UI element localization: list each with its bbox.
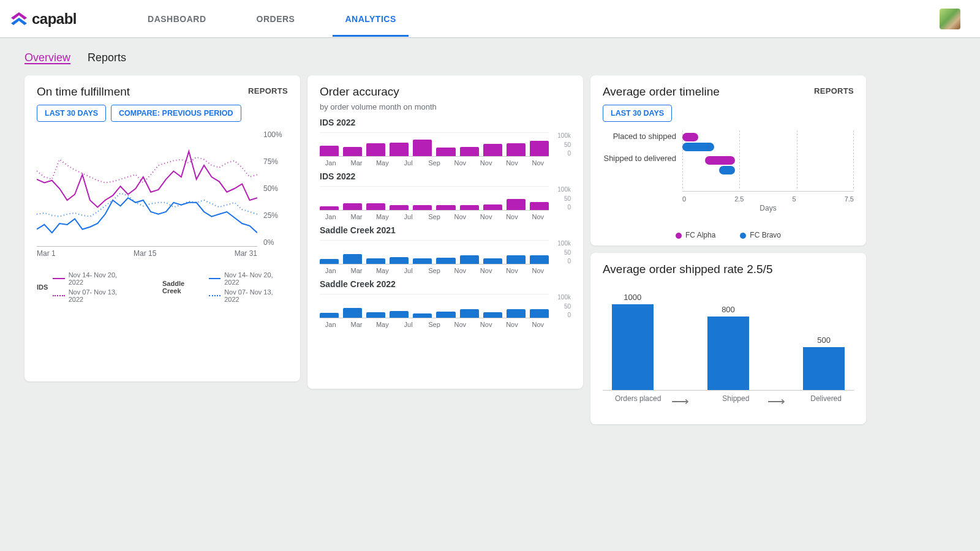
timeline-x-label: Days (682, 204, 854, 212)
otf-x-tick: Mar 15 (134, 249, 156, 258)
legend-entry: Nov 14- Nov 20, 2022 (224, 271, 288, 286)
timeline-x-tick: 7.5 (845, 195, 854, 203)
otf-y-tick: 75% (263, 157, 278, 166)
timeline-row-label: Placed to shipped (603, 130, 676, 152)
pill-last-30-days[interactable]: LAST 30 DAYS (37, 105, 106, 122)
timeline-reports-link[interactable]: REPORTS (814, 86, 854, 96)
legend-fc-bravo: FC Bravo (740, 231, 781, 239)
oa-bars (320, 186, 549, 211)
otf-line-chart: Mar 1 Mar 15 Mar 31 (37, 130, 257, 247)
funnel-label: Delivered (810, 394, 842, 403)
oa-facet: IDS 2022100k500JanMarMayJulSepNovNovNovN… (320, 171, 571, 220)
otf-y-tick: 25% (263, 211, 278, 220)
timeline-pill[interactable]: LAST 30 DAYS (603, 105, 672, 122)
funnel-value: 1000 (624, 293, 641, 302)
order-accuracy-card: Order accuracy by order volume month on … (307, 75, 583, 389)
funnel-label: Shipped (722, 394, 749, 403)
legend-entry: Nov 07- Nov 13, 2022 (69, 288, 132, 303)
subnav-reports[interactable]: Reports (88, 51, 126, 64)
on-time-fulfillment-card: On time fulfillment REPORTS LAST 30 DAYS… (24, 75, 300, 381)
pill-compare-period[interactable]: COMPARE: PREVIOUS PERIOD (111, 105, 241, 122)
brand-icon (11, 12, 27, 26)
oa-facet: Saddle Creek 2022100k500JanMarMayJulSepN… (320, 279, 571, 328)
oa-bars (320, 132, 549, 157)
oa-series-title: Saddle Creek 2021 (320, 225, 571, 235)
timeline-row-label: Shipped to delivered (603, 152, 676, 174)
funnel-value: 800 (722, 305, 735, 314)
funnel-chart: 1000 ⟶ 800 ⟶ 500 (603, 290, 854, 391)
timeline-x-tick: 0 (682, 195, 686, 203)
top-nav: capabl DASHBOARD ORDERS ANALYTICS (0, 0, 980, 38)
timeline-plot (682, 130, 854, 192)
oa-series-title: IDS 2022 (320, 118, 571, 127)
shipped-rate-card: Average order shipped rate 2.5/5 1000 ⟶ … (590, 253, 866, 424)
otf-y-tick: 50% (263, 184, 278, 193)
funnel-bar (612, 304, 654, 390)
otf-x-tick: Mar 31 (235, 249, 257, 258)
funnel-bar (803, 347, 845, 390)
brand-logo[interactable]: capabl (11, 10, 77, 28)
otf-y-tick: 0% (263, 238, 274, 247)
funnel-label: Orders placed (615, 394, 661, 403)
main-tabs: DASHBOARD ORDERS ANALYTICS (144, 2, 400, 36)
otf-reports-link[interactable]: REPORTS (248, 86, 288, 96)
nav-tab-dashboard[interactable]: DASHBOARD (144, 2, 210, 36)
brand-name: capabl (32, 10, 77, 28)
oa-bars (320, 240, 549, 264)
oa-facet: IDS 2022100k500JanMarMayJulSepNovNovNovN… (320, 118, 571, 167)
funnel-bar (707, 317, 749, 390)
legend-provider: IDS (37, 283, 48, 291)
otf-legend: IDS Nov 14- Nov 20, 2022 Nov 07- Nov 13,… (37, 271, 288, 303)
analytics-subnav: Overview Reports (0, 38, 980, 64)
oa-bars (320, 294, 549, 318)
avg-timeline-card: Average order timeline REPORTS LAST 30 D… (590, 75, 866, 246)
oa-series-title: Saddle Creek 2022 (320, 279, 571, 289)
oa-series-title: IDS 2022 (320, 171, 571, 181)
legend-entry: Nov 07- Nov 13, 2022 (224, 288, 288, 303)
legend-entry: Nov 14- Nov 20, 2022 (69, 271, 132, 286)
legend-fc-alpha: FC Alpha (676, 231, 715, 239)
otf-y-tick: 100% (263, 130, 282, 139)
oa-subtitle: by order volume month on month (320, 102, 571, 111)
subnav-overview[interactable]: Overview (24, 51, 70, 64)
nav-tab-orders[interactable]: ORDERS (253, 2, 299, 36)
funnel-value: 500 (817, 335, 831, 345)
funnel-title: Average order shipped rate 2.5/5 (603, 263, 854, 276)
legend-provider: Saddle Creek (162, 280, 204, 294)
timeline-x-tick: 2.5 (734, 195, 744, 203)
oa-title: Order accuracy (320, 85, 571, 99)
nav-tab-analytics[interactable]: ANALYTICS (341, 2, 399, 36)
avatar[interactable] (940, 9, 960, 29)
otf-x-tick: Mar 1 (37, 249, 56, 258)
timeline-x-tick: 5 (793, 195, 796, 203)
oa-facet: Saddle Creek 2021100k500JanMarMayJulSepN… (320, 225, 571, 274)
